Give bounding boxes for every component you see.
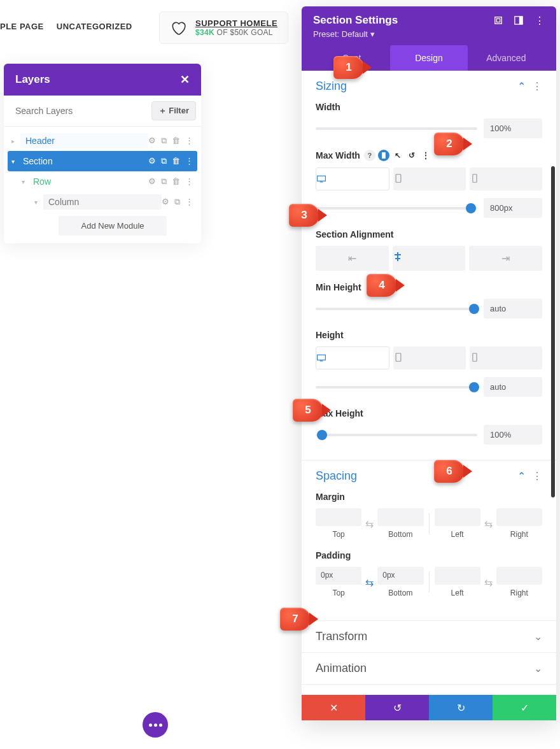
tree-item-column[interactable]: ▾Column ⚙⧉⋮ <box>8 192 197 212</box>
accordion-sizing: Sizing ⌃⋮ Width 100% Max Width <box>302 71 556 460</box>
duplicate-icon[interactable]: ⧉ <box>161 136 167 146</box>
trash-icon[interactable]: 🗑 <box>172 176 180 187</box>
margin-top-input[interactable] <box>316 508 361 526</box>
search-input[interactable] <box>9 101 151 121</box>
add-module-button[interactable]: Add New Module <box>59 216 167 236</box>
nav-link-uncategorized[interactable]: UNCATEGORIZED <box>57 22 132 31</box>
device-phone[interactable] <box>470 346 542 369</box>
more-icon[interactable]: ⋮ <box>532 470 542 482</box>
svg-rect-5 <box>318 176 326 181</box>
max-width-slider[interactable] <box>316 207 477 210</box>
width-value[interactable]: 100% <box>484 118 542 138</box>
max-height-label: Max Height <box>316 408 542 418</box>
link-icon[interactable]: ⇆ <box>483 576 494 588</box>
padding-left-input[interactable] <box>435 567 480 585</box>
gear-icon[interactable]: ⚙ <box>148 176 156 187</box>
phone-icon[interactable] <box>378 150 389 161</box>
tree-item-section[interactable]: ▾Section ⚙⧉🗑⋮ <box>8 151 197 171</box>
more-icon[interactable]: ⋮ <box>185 197 193 207</box>
tab-advanced[interactable]: Advanced <box>468 45 545 71</box>
min-height-slider[interactable] <box>316 308 477 310</box>
fab-button[interactable] <box>143 712 168 738</box>
margin-left-input[interactable] <box>435 508 480 526</box>
support-widget[interactable]: SUPPORT HOMELE $34K OF $50K GOAL <box>159 11 288 44</box>
align-left[interactable]: ⇤ <box>316 246 389 271</box>
chevron-down-icon: ⌄ <box>534 662 542 674</box>
callout-4: 4 <box>367 274 397 297</box>
duplicate-icon[interactable]: ⧉ <box>161 176 167 187</box>
svg-rect-8 <box>397 252 398 261</box>
device-desktop[interactable] <box>316 168 389 190</box>
close-icon[interactable]: ✕ <box>180 73 190 87</box>
height-value[interactable]: auto <box>484 377 542 397</box>
undo-button[interactable]: ↺ <box>365 695 429 720</box>
callout-3: 3 <box>289 204 319 227</box>
help-icon[interactable]: ? <box>364 150 375 161</box>
svg-rect-13 <box>318 355 326 360</box>
save-button[interactable]: ✓ <box>493 695 556 720</box>
scrollbar[interactable] <box>551 166 555 497</box>
nav-link-sample[interactable]: PLE PAGE <box>0 22 44 31</box>
margin-bottom-input[interactable] <box>377 508 423 526</box>
accordion-animation: Animation ⌄ <box>302 653 556 685</box>
accordion-spacing: Spacing ⌃⋮ Margin Top ⇆ Bottom Left ⇆ Ri… <box>302 460 556 621</box>
link-icon[interactable]: ⇆ <box>364 576 375 588</box>
max-height-value[interactable]: 100% <box>484 425 542 445</box>
height-slider[interactable] <box>316 386 477 389</box>
device-tabs-height <box>316 346 542 369</box>
gear-icon[interactable]: ⚙ <box>162 197 169 207</box>
align-center[interactable] <box>393 246 466 271</box>
padding-label: Padding <box>316 550 542 560</box>
trash-icon[interactable]: 🗑 <box>172 156 180 166</box>
device-tablet[interactable] <box>393 346 466 369</box>
more-icon[interactable]: ⋮ <box>532 80 542 92</box>
tree-item-header[interactable]: ▸Header ⚙⧉🗑⋮ <box>8 131 197 151</box>
max-height-slider[interactable] <box>316 434 477 436</box>
margin-right-input[interactable] <box>496 508 542 526</box>
device-tablet[interactable] <box>393 168 466 190</box>
width-slider[interactable] <box>316 127 477 130</box>
link-icon[interactable]: ⇆ <box>483 518 494 530</box>
svg-rect-15 <box>473 353 477 361</box>
more-icon[interactable]: ⋮ <box>420 150 431 161</box>
device-phone[interactable] <box>470 168 542 190</box>
margin-label: Margin <box>316 492 542 502</box>
svg-rect-7 <box>473 175 477 182</box>
expand-icon[interactable] <box>494 16 503 25</box>
tab-design[interactable]: Design <box>390 45 467 71</box>
accordion-head-animation[interactable]: Animation ⌄ <box>302 653 556 684</box>
trash-icon[interactable]: 🗑 <box>172 136 180 146</box>
gear-icon[interactable]: ⚙ <box>148 156 156 166</box>
padding-bottom-input[interactable]: 0px <box>377 567 423 585</box>
duplicate-icon[interactable]: ⧉ <box>161 156 167 166</box>
support-title: SUPPORT HOMELE <box>195 18 277 28</box>
reset-icon[interactable]: ↺ <box>406 150 417 161</box>
preset-selector[interactable]: Preset: Default ▾ <box>313 29 545 45</box>
svg-rect-10 <box>398 254 401 255</box>
padding-right-input[interactable] <box>496 567 542 585</box>
accordion-head-spacing[interactable]: Spacing ⌃⋮ <box>302 460 556 492</box>
cursor-icon[interactable]: ↖ <box>392 150 403 161</box>
link-icon[interactable]: ⇆ <box>364 518 375 530</box>
min-height-value[interactable]: auto <box>484 299 542 318</box>
filter-button[interactable]: ＋ Filter <box>151 101 196 120</box>
gear-icon[interactable]: ⚙ <box>148 136 156 146</box>
dock-icon[interactable] <box>514 16 523 25</box>
more-icon[interactable]: ⋮ <box>185 136 193 146</box>
more-icon[interactable]: ⋮ <box>535 15 545 27</box>
redo-button[interactable]: ↻ <box>429 695 493 720</box>
svg-rect-0 <box>495 17 502 24</box>
duplicate-icon[interactable]: ⧉ <box>174 197 180 207</box>
cancel-button[interactable]: ✕ <box>302 695 365 720</box>
padding-top-input[interactable]: 0px <box>316 567 361 585</box>
align-right[interactable]: ⇥ <box>469 246 542 271</box>
svg-rect-11 <box>395 258 397 259</box>
more-icon[interactable]: ⋮ <box>185 156 193 166</box>
tree-item-row[interactable]: ▾Row ⚙⧉🗑⋮ <box>8 171 197 192</box>
accordion-head-transform[interactable]: Transform ⌄ <box>302 621 556 652</box>
min-height-label: Min Height <box>316 282 542 292</box>
max-width-value[interactable]: 800px <box>484 198 542 218</box>
device-desktop[interactable] <box>316 346 389 369</box>
more-icon[interactable]: ⋮ <box>185 176 193 187</box>
top-nav: PLE PAGE UNCATEGORIZED <box>0 22 132 31</box>
